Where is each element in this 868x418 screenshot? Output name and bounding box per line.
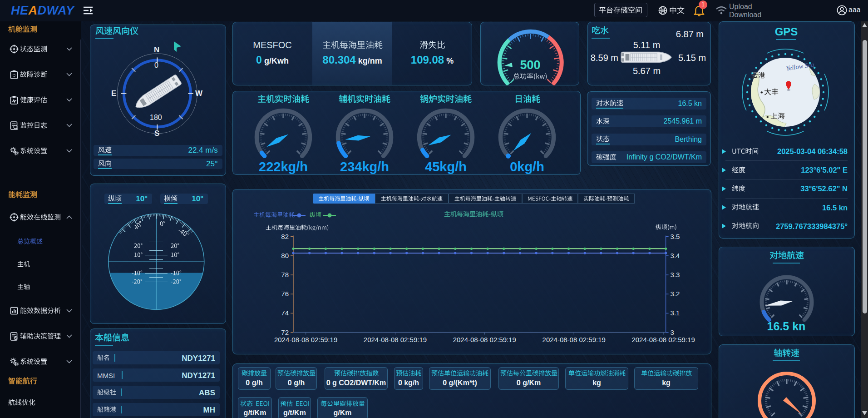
svg-text:78: 78 [281, 271, 289, 279]
svg-text:2024-08-08 02:59:19: 2024-08-08 02:59:19 [453, 336, 516, 343]
svg-text:3.3: 3.3 [671, 271, 680, 279]
svg-text:74: 74 [281, 309, 289, 317]
svg-text:72: 72 [281, 328, 289, 336]
svg-text:2024-08-08 02:59:19: 2024-08-08 02:59:19 [364, 336, 427, 343]
svg-text:2024-08-08 02:59:19: 2024-08-08 02:59:19 [631, 336, 695, 343]
svg-text:76: 76 [281, 290, 289, 298]
svg-text:2024-08-08 02:59:19: 2024-08-08 02:59:19 [274, 336, 337, 343]
svg-text:82: 82 [281, 233, 289, 240]
svg-text:3.1: 3.1 [671, 309, 680, 317]
svg-text:3: 3 [671, 328, 674, 336]
svg-text:3.5: 3.5 [671, 233, 680, 240]
svg-text:2024-08-08 02:59:19: 2024-08-08 02:59:19 [542, 336, 606, 343]
svg-text:3.4: 3.4 [671, 252, 680, 259]
svg-text:3.2: 3.2 [671, 290, 680, 298]
svg-text:80: 80 [281, 252, 289, 259]
